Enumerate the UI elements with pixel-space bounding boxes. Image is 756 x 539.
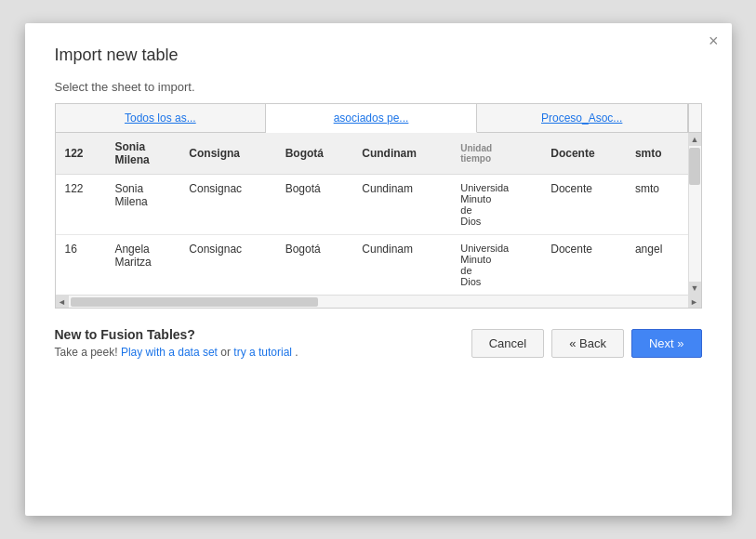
select-label: Select the sheet to import. xyxy=(55,80,702,94)
data-table: 122 Sonia Milena Consigna Bogotá Cundina… xyxy=(56,133,688,295)
row2-col2: Angela Maritza xyxy=(105,235,179,296)
h-scroll-thumb xyxy=(71,297,318,307)
table-row: 122 Sonia Milena Consignac Bogotá Cundin… xyxy=(56,175,688,235)
table-scroll-area[interactable]: 122 Sonia Milena Consigna Bogotá Cundina… xyxy=(56,133,688,295)
header-col7: Docente xyxy=(541,133,626,175)
scroll-up-button[interactable]: ▲ xyxy=(688,133,701,146)
new-to-sub-text: Take a peek! xyxy=(55,346,118,359)
dialog-body: Select the sheet to import. Todos los as… xyxy=(25,80,732,309)
dialog-footer: New to Fusion Tables? Take a peek! Play … xyxy=(25,309,732,381)
or-text: or xyxy=(220,346,233,359)
row2-col5: Cundinam xyxy=(352,235,451,296)
scroll-left-button[interactable]: ◄ xyxy=(56,296,69,309)
dialog-title: Import new table xyxy=(25,23,732,80)
row1-col3: Consignac xyxy=(179,175,275,235)
row2-col4: Bogotá xyxy=(276,235,353,296)
period: . xyxy=(295,346,298,359)
row2-col8: angel xyxy=(626,235,688,296)
horizontal-scrollbar[interactable]: ◄ ► xyxy=(56,295,701,308)
header-col5: Cundinam xyxy=(352,133,451,175)
footer-left: New to Fusion Tables? Take a peek! Play … xyxy=(55,327,298,359)
tab-proceso[interactable]: Proceso_Asoc... xyxy=(477,104,688,132)
import-dialog: × Import new table Select the sheet to i… xyxy=(25,23,732,516)
row1-col1: 122 xyxy=(56,175,106,235)
play-with-dataset-link[interactable]: Play with a data set xyxy=(121,346,218,359)
tab-todos[interactable]: Todos los as... xyxy=(56,104,267,132)
footer-right: Cancel « Back Next » xyxy=(471,329,702,358)
header-col8: smto xyxy=(626,133,688,175)
tab-asociados[interactable]: asociados pe... xyxy=(266,104,477,133)
header-col6: Unidad tiempo xyxy=(451,133,541,175)
header-col1: 122 xyxy=(56,133,106,175)
row1-col4: Bogotá xyxy=(276,175,353,235)
scroll-right-button[interactable]: ► xyxy=(688,296,701,309)
vertical-scrollbar[interactable]: ▲ ▼ xyxy=(688,133,701,295)
next-button[interactable]: Next » xyxy=(631,329,702,358)
header-col2: Sonia Milena xyxy=(105,133,179,175)
close-button[interactable]: × xyxy=(709,33,719,49)
header-col3: Consigna xyxy=(179,133,275,175)
row2-col1: 16 xyxy=(56,235,106,296)
new-to-fusion-title: New to Fusion Tables? xyxy=(55,327,298,342)
back-button[interactable]: « Back xyxy=(551,329,624,358)
row1-col7: Docente xyxy=(541,175,626,235)
new-to-sub: Take a peek! Play with a data set or try… xyxy=(55,346,298,359)
row2-col3: Consignac xyxy=(179,235,275,296)
try-tutorial-link[interactable]: try a tutorial xyxy=(233,346,292,359)
row1-col5: Cundinam xyxy=(352,175,451,235)
scroll-down-button[interactable]: ▼ xyxy=(688,282,701,295)
row2-col6: Universida Minuto de Dios xyxy=(451,235,541,296)
header-col4: Bogotá xyxy=(276,133,353,175)
scroll-thumb xyxy=(689,148,700,185)
sheet-tabs: Todos los as... asociados pe... Proceso_… xyxy=(56,104,701,133)
scroll-track xyxy=(689,146,701,282)
table-row: 16 Angela Maritza Consignac Bogotá Cundi… xyxy=(56,235,688,296)
row1-col2: Sonia Milena xyxy=(105,175,179,235)
row2-col7: Docente xyxy=(541,235,626,296)
table-header-row: 122 Sonia Milena Consigna Bogotá Cundina… xyxy=(56,133,688,175)
row1-col6: Universida Minuto de Dios xyxy=(451,175,541,235)
h-scroll-track xyxy=(69,296,688,308)
cancel-button[interactable]: Cancel xyxy=(471,329,544,358)
sheet-table-container: Todos los as... asociados pe... Proceso_… xyxy=(55,103,702,309)
row1-col8: smto xyxy=(626,175,688,235)
